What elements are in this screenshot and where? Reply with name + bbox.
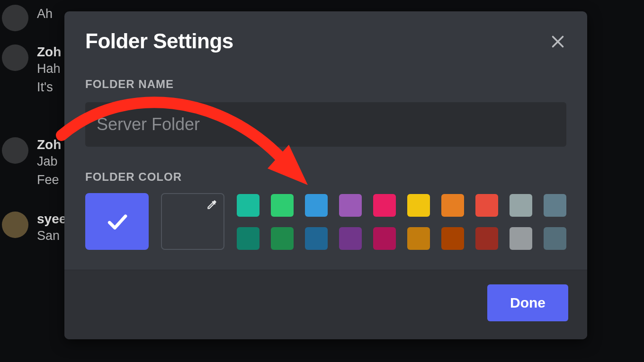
- avatar: [2, 212, 28, 238]
- color-swatch[interactable]: [373, 194, 396, 217]
- selected-color-swatch[interactable]: [85, 193, 149, 250]
- color-swatch[interactable]: [271, 194, 294, 217]
- checkmark-icon: [104, 209, 130, 234]
- folder-color-label: FOLDER COLOR: [85, 170, 566, 184]
- color-swatch[interactable]: [441, 227, 464, 250]
- custom-color-swatch[interactable]: [161, 193, 224, 250]
- color-swatch[interactable]: [544, 227, 566, 250]
- chat-line: Jab: [37, 152, 61, 171]
- done-button[interactable]: Done: [487, 284, 568, 321]
- chat-line: San: [37, 227, 66, 245]
- folder-settings-modal: Folder Settings FOLDER NAME FOLDER COLOR: [64, 11, 587, 339]
- color-swatch[interactable]: [475, 194, 498, 217]
- chat-username: Zoh: [37, 44, 61, 60]
- chat-line: Ah: [37, 5, 53, 23]
- chat-username: syee: [37, 212, 66, 227]
- color-swatch[interactable]: [475, 227, 498, 250]
- avatar: [2, 137, 28, 164]
- chat-line: It's: [37, 78, 61, 97]
- color-swatch[interactable]: [237, 227, 259, 250]
- avatar: [2, 5, 28, 31]
- color-swatch[interactable]: [373, 227, 396, 250]
- folder-name-label: FOLDER NAME: [85, 78, 566, 91]
- color-swatch[interactable]: [441, 194, 464, 217]
- chat-row: syee San: [0, 212, 66, 245]
- modal-title: Folder Settings: [85, 29, 233, 53]
- background-chat: Ah Zoh Hah It's Zoh Jab Fee syee San: [0, 0, 66, 362]
- color-swatch[interactable]: [407, 194, 430, 217]
- color-swatch[interactable]: [339, 227, 362, 250]
- color-swatch[interactable]: [510, 227, 532, 250]
- eyedropper-icon: [206, 199, 218, 211]
- chat-row: Ah: [0, 5, 66, 31]
- color-swatch[interactable]: [305, 194, 328, 217]
- color-swatch-grid: [237, 193, 566, 250]
- folder-name-input[interactable]: [85, 102, 566, 147]
- color-swatch[interactable]: [407, 227, 430, 250]
- chat-line: Fee: [37, 171, 61, 189]
- color-swatch[interactable]: [271, 227, 294, 250]
- chat-row: Zoh Hah It's: [0, 44, 66, 97]
- chat-line: Hah: [37, 60, 61, 78]
- color-swatch[interactable]: [237, 194, 259, 217]
- color-swatch[interactable]: [544, 194, 566, 217]
- close-button[interactable]: [547, 31, 568, 52]
- chat-username: Zoh: [37, 137, 61, 152]
- color-swatch[interactable]: [305, 227, 328, 250]
- close-icon: [549, 33, 566, 50]
- modal-footer: Done: [64, 270, 587, 339]
- avatar: [2, 44, 28, 71]
- color-swatch[interactable]: [339, 194, 362, 217]
- chat-row: Zoh Jab Fee: [0, 137, 66, 189]
- color-swatch[interactable]: [510, 194, 532, 217]
